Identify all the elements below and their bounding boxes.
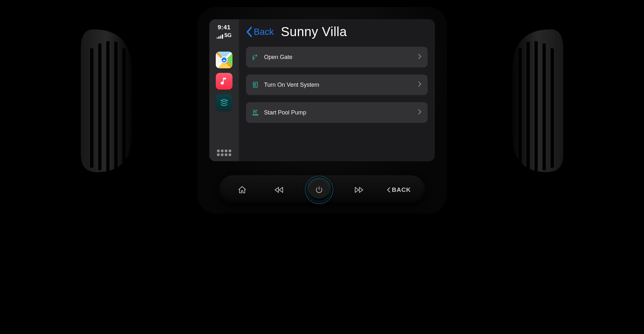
nav-bar: Back Sunny Villa — [246, 25, 428, 39]
physical-controls: BACK — [219, 175, 425, 204]
status-network: 5G — [217, 32, 232, 39]
pool-icon — [252, 109, 259, 116]
dashboard: 9:41 5G — [77, 0, 567, 253]
app-dock — [216, 52, 232, 111]
location-arrow-icon — [221, 56, 228, 64]
carplay-screen: 9:41 5G — [209, 19, 435, 161]
app-grid-button[interactable] — [217, 150, 231, 156]
physical-next-button[interactable] — [350, 181, 368, 199]
skip-forward-icon — [354, 186, 364, 194]
chevron-right-icon — [418, 82, 421, 88]
chevron-right-icon — [418, 109, 421, 116]
physical-prev-button[interactable] — [270, 181, 288, 199]
air-vent-right — [506, 26, 570, 174]
power-icon — [315, 186, 323, 194]
action-label: Turn On Vent System — [264, 82, 413, 88]
physical-power-knob[interactable] — [307, 177, 332, 202]
action-label: Start Pool Pump — [264, 109, 413, 116]
back-button[interactable]: Back — [246, 26, 274, 37]
home-icon — [238, 185, 247, 194]
carplay-sidebar: 9:41 5G — [209, 19, 239, 161]
skip-back-icon — [274, 186, 284, 194]
physical-home-button[interactable] — [233, 181, 251, 199]
physical-back-button[interactable]: BACK — [387, 186, 411, 193]
signal-bars-icon — [217, 34, 223, 39]
stack-icon — [219, 98, 229, 107]
maps-app[interactable] — [216, 52, 232, 68]
back-label: Back — [254, 27, 274, 37]
page-title: Sunny Villa — [281, 25, 347, 39]
gate-icon — [252, 54, 259, 61]
action-pool-pump[interactable]: Start Pool Pump — [246, 102, 428, 123]
action-vent-system[interactable]: Turn On Vent System — [246, 74, 428, 95]
air-vent-left — [74, 26, 138, 174]
action-label: Open Gate — [264, 54, 413, 61]
chevron-left-icon — [387, 187, 391, 193]
status-time: 9:41 — [218, 24, 231, 31]
chevron-left-icon — [246, 26, 253, 37]
head-unit: 9:41 5G — [196, 6, 448, 214]
network-label: 5G — [224, 32, 232, 39]
content-area: Back Sunny Villa Open Gate — [239, 19, 435, 161]
physical-back-label: BACK — [392, 186, 411, 193]
music-note-icon — [220, 77, 229, 86]
action-open-gate[interactable]: Open Gate — [246, 47, 428, 67]
home-app[interactable] — [216, 94, 232, 111]
vent-icon — [252, 81, 259, 88]
music-app[interactable] — [216, 73, 232, 90]
chevron-right-icon — [418, 54, 421, 60]
